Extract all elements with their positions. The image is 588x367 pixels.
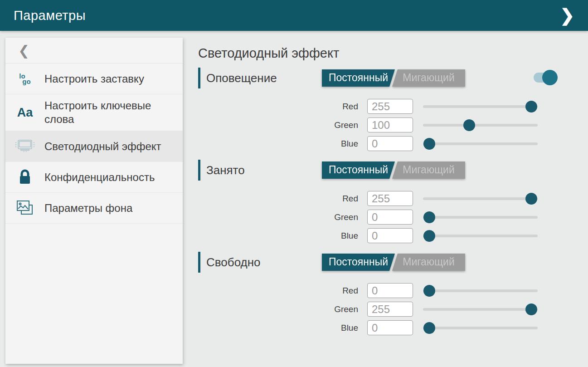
slider-track (423, 142, 538, 145)
blue-value-input[interactable] (367, 228, 413, 243)
sidebar-item-label: Светодиодный эффект (44, 140, 161, 153)
background-images-icon (5, 200, 44, 217)
channel-label: Blue (198, 323, 358, 333)
led-effect-panel: Светодиодный эффект Оповещение Постоянны… (198, 41, 570, 337)
channel-label: Red (198, 286, 358, 296)
sidebar-item-led-effect[interactable]: Светодиодный эффект (5, 131, 183, 162)
channel-label: Green (198, 212, 358, 222)
green-slider[interactable] (423, 300, 538, 318)
slider-thumb[interactable] (525, 193, 537, 205)
green-slider[interactable] (423, 116, 538, 134)
channel-row-green: Green (198, 208, 570, 226)
slider-track (423, 124, 538, 127)
keywords-aa-icon: Aa (5, 106, 44, 120)
section-free: Свободно Постоянный Мигающий Red Green (198, 252, 570, 337)
channel-label: Red (198, 102, 358, 112)
green-value-input[interactable] (367, 117, 413, 132)
slider-track (423, 197, 538, 200)
sidebar-item-label: Настроить ключевые слова (44, 99, 163, 126)
sidebar-item-label: Параметры фона (44, 201, 132, 215)
slider-thumb[interactable] (423, 211, 435, 223)
channel-row-blue: Blue (198, 134, 570, 153)
lock-icon (5, 169, 44, 186)
green-value-input[interactable] (367, 302, 413, 317)
sidebar-item-splash-screen[interactable]: lo go Настроить заставку (5, 64, 183, 94)
mode-segmented-toggle: Постоянный Мигающий (322, 254, 465, 271)
channel-row-red: Red (198, 189, 570, 208)
channel-label: Blue (198, 231, 358, 241)
sidebar-item-keywords[interactable]: Aa Настроить ключевые слова (5, 94, 183, 131)
sidebar-item-label: Настроить заставку (44, 72, 144, 86)
slider-track (423, 105, 538, 108)
sidebar-item-background[interactable]: Параметры фона (5, 193, 183, 224)
channel-row-green: Green (198, 300, 570, 318)
blue-value-input[interactable] (367, 320, 413, 335)
section-accent-bar (198, 68, 200, 88)
section-title: Оповещение (206, 71, 277, 85)
section-notification: Оповещение Постоянный Мигающий Red Green (198, 68, 570, 153)
channel-row-blue: Blue (198, 318, 570, 337)
red-slider[interactable] (423, 97, 538, 116)
mode-constant-button[interactable]: Постоянный (322, 69, 395, 87)
sidebar-item-label: Конфиденциальность (44, 171, 155, 184)
red-value-input[interactable] (367, 99, 413, 114)
slider-thumb[interactable] (463, 119, 475, 131)
switch-knob (542, 70, 558, 85)
app-header: Параметры ❯ (0, 0, 588, 31)
forward-chevron-icon[interactable]: ❯ (556, 5, 578, 26)
led-display-icon (5, 139, 44, 154)
section-title: Занято (206, 163, 245, 177)
blue-slider[interactable] (423, 134, 538, 153)
logo-text-icon: lo go (5, 73, 44, 84)
slider-thumb[interactable] (423, 322, 435, 334)
slider-thumb[interactable] (423, 138, 435, 150)
section-title: Свободно (206, 255, 261, 269)
channel-label: Red (198, 194, 358, 204)
red-slider[interactable] (423, 189, 538, 208)
slider-thumb[interactable] (423, 285, 435, 297)
app-title: Параметры (14, 8, 86, 23)
mode-segmented-toggle: Постоянный Мигающий (322, 161, 465, 179)
sidebar-back-button[interactable]: ❮ (5, 38, 183, 64)
mode-blinking-button[interactable]: Мигающий (392, 161, 465, 179)
sidebar: ❮ lo go Настроить заставку Aa Настроить … (5, 38, 183, 364)
green-value-input[interactable] (367, 210, 413, 225)
channel-label: Green (198, 120, 358, 130)
channel-label: Blue (198, 139, 358, 149)
mode-constant-button[interactable]: Постоянный (322, 254, 395, 271)
blue-value-input[interactable] (367, 136, 413, 151)
section-busy: Занято Постоянный Мигающий Red Green (198, 160, 570, 245)
green-slider[interactable] (423, 208, 538, 226)
slider-track (423, 289, 538, 292)
red-value-input[interactable] (367, 191, 413, 206)
slider-track (423, 308, 538, 311)
mode-blinking-button[interactable]: Мигающий (392, 254, 465, 271)
sidebar-item-privacy[interactable]: Конфиденциальность (5, 162, 183, 193)
channel-label: Green (198, 304, 358, 314)
red-value-input[interactable] (367, 283, 413, 298)
channel-row-blue: Blue (198, 226, 570, 245)
slider-track (423, 235, 538, 237)
slider-thumb[interactable] (525, 101, 537, 113)
channel-row-green: Green (198, 116, 570, 134)
mode-constant-button[interactable]: Постоянный (322, 161, 395, 179)
blue-slider[interactable] (423, 226, 538, 245)
section-accent-bar (198, 252, 200, 273)
mode-segmented-toggle: Постоянный Мигающий (322, 69, 465, 87)
slider-track (423, 327, 538, 329)
blue-slider[interactable] (423, 318, 538, 337)
back-chevron-icon: ❮ (18, 43, 29, 59)
mode-blinking-button[interactable]: Мигающий (392, 69, 465, 87)
section-accent-bar (198, 160, 200, 181)
page-title: Светодиодный эффект (198, 46, 570, 61)
notification-enable-switch[interactable] (534, 73, 554, 83)
slider-thumb[interactable] (423, 230, 435, 242)
slider-track (423, 216, 538, 219)
slider-thumb[interactable] (525, 303, 537, 315)
red-slider[interactable] (423, 281, 538, 300)
channel-row-red: Red (198, 97, 570, 116)
channel-row-red: Red (198, 281, 570, 300)
